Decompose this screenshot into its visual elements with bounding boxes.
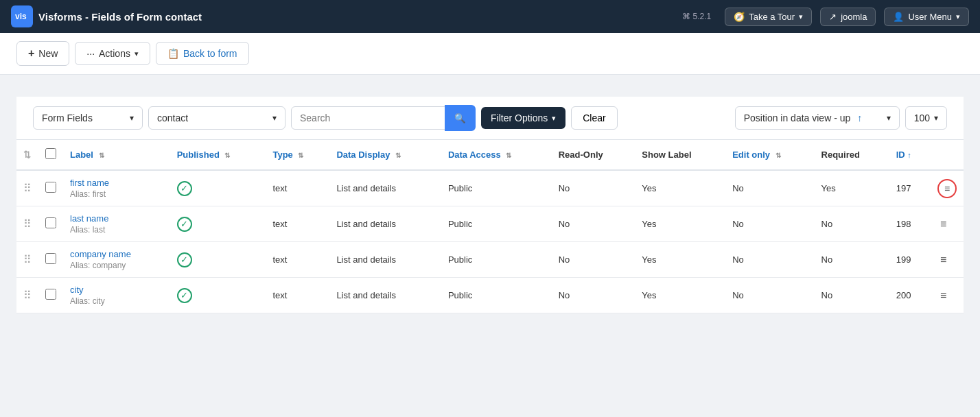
row-checkbox[interactable]: [38, 206, 63, 242]
drag-handle[interactable]: ⠿: [16, 278, 38, 313]
field-name-link[interactable]: city: [70, 285, 84, 295]
col-actions: [931, 140, 964, 170]
take-tour-button[interactable]: 🧭 Take a Tour ▾: [725, 8, 812, 26]
field-name-link[interactable]: last name: [70, 213, 108, 224]
row-select-checkbox[interactable]: [45, 217, 56, 228]
chevron-down-icon: ▾: [799, 12, 803, 21]
table-row: ⠿ company name Alias: company ✓ text Lis…: [16, 242, 964, 278]
row-actions-cell: ≡: [931, 206, 964, 242]
published-cell: ✓: [170, 206, 266, 242]
sort-icon: ⇅: [99, 152, 104, 159]
col-show-label: Show Label: [635, 140, 725, 170]
row-menu-icon[interactable]: ≡: [937, 179, 957, 198]
row-select-checkbox[interactable]: [45, 182, 56, 193]
chevron-down-icon: ▾: [135, 49, 139, 58]
field-alias: Alias: city: [70, 296, 163, 306]
row-select-checkbox[interactable]: [45, 289, 56, 300]
published-icon: ✓: [177, 288, 192, 303]
plus-icon: +: [28, 47, 34, 60]
read-only-cell: No: [552, 278, 635, 313]
contact-select[interactable]: contact ▾: [148, 106, 285, 130]
required-cell: Yes: [815, 170, 889, 206]
type-cell: text: [266, 242, 329, 278]
required-cell: No: [815, 242, 889, 278]
dots-icon: ···: [86, 48, 95, 59]
data-access-cell: Public: [441, 206, 552, 242]
actions-button[interactable]: ··· Actions ▾: [75, 42, 150, 65]
data-access-cell: Public: [441, 278, 552, 313]
row-actions-cell: ≡: [931, 278, 964, 313]
drag-handle[interactable]: ⠿: [16, 206, 38, 242]
user-menu-button[interactable]: 👤 User Menu ▾: [884, 8, 969, 26]
col-data-display[interactable]: Data Display ⇅: [329, 140, 441, 170]
version-label: ⌘ 5.2.1: [682, 12, 711, 21]
col-edit-only[interactable]: Edit only ⇅: [725, 140, 814, 170]
clear-button[interactable]: Clear: [571, 106, 617, 130]
joomla-button[interactable]: ↗ joomla: [820, 8, 876, 26]
field-label-cell: first name Alias: first: [63, 170, 170, 206]
col-type[interactable]: Type ⇅: [266, 140, 329, 170]
row-checkbox[interactable]: [38, 170, 63, 206]
row-menu-icon[interactable]: ≡: [937, 217, 949, 231]
back-to-form-button[interactable]: 📋 Back to form: [156, 42, 249, 65]
table-row: ⠿ city Alias: city ✓ text List and detai…: [16, 278, 964, 313]
chevron-down-icon: ▾: [272, 113, 277, 123]
edit-only-cell: No: [725, 242, 814, 278]
tour-icon: 🧭: [734, 12, 745, 22]
published-icon: ✓: [177, 181, 192, 196]
sort-icon: ⇅: [395, 152, 401, 159]
main-area: Form Fields ▾ contact ▾ 🔍 Filter Options…: [0, 75, 980, 313]
user-icon: 👤: [893, 12, 904, 22]
sort-icon: ⇅: [506, 152, 511, 159]
external-link-icon: ↗: [829, 12, 837, 22]
select-all-checkbox[interactable]: [45, 148, 56, 159]
app-logo[interactable]: vis Visforms - Fields of Form contact: [11, 5, 202, 27]
filter-options-button[interactable]: Filter Options ▾: [481, 107, 565, 129]
type-cell: text: [266, 206, 329, 242]
edit-only-cell: No: [725, 206, 814, 242]
edit-only-cell: No: [725, 170, 814, 206]
search-icon: 🔍: [454, 113, 466, 123]
drag-handle[interactable]: ⠿: [16, 170, 38, 206]
field-name-link[interactable]: company name: [70, 249, 131, 259]
col-id[interactable]: ID ↑: [889, 140, 931, 170]
row-select-checkbox[interactable]: [45, 253, 56, 264]
logo-icon: vis: [11, 5, 33, 27]
sort-icon: ⇅: [224, 152, 230, 159]
row-checkbox[interactable]: [38, 278, 63, 313]
search-input[interactable]: [291, 106, 445, 130]
read-only-cell: No: [552, 206, 635, 242]
id-cell: 197: [889, 170, 931, 206]
row-menu-icon[interactable]: ≡: [937, 288, 949, 302]
field-label-cell: city Alias: city: [63, 278, 170, 313]
data-display-cell: List and details: [329, 170, 441, 206]
required-cell: No: [815, 278, 889, 313]
new-button[interactable]: + New: [16, 41, 69, 66]
svg-text:vis: vis: [15, 12, 27, 21]
row-checkbox[interactable]: [38, 242, 63, 278]
field-alias: Alias: last: [70, 225, 163, 235]
read-only-cell: No: [552, 242, 635, 278]
form-fields-select[interactable]: Form Fields ▾: [33, 106, 143, 130]
table-row: ⠿ last name Alias: last ✓ text List and …: [16, 206, 964, 242]
row-actions-cell: ≡: [931, 170, 964, 206]
col-read-only: Read-Only: [552, 140, 635, 170]
show-label-cell: Yes: [635, 278, 725, 313]
position-select[interactable]: Position in data view - up ↑ ▾: [735, 106, 900, 130]
search-button[interactable]: 🔍: [445, 105, 476, 131]
row-menu-icon[interactable]: ≡: [937, 252, 949, 267]
chevron-down-icon: ▾: [552, 114, 556, 123]
chevron-down-icon: ▾: [887, 113, 891, 123]
drag-handle[interactable]: ⠿: [16, 242, 38, 278]
col-checkbox: [38, 140, 63, 170]
count-select[interactable]: 100 ▾: [905, 106, 947, 130]
data-access-cell: Public: [441, 242, 552, 278]
published-icon: ✓: [177, 252, 192, 267]
col-published[interactable]: Published ⇅: [170, 140, 266, 170]
id-cell: 198: [889, 206, 931, 242]
col-label[interactable]: Label ⇅: [63, 140, 170, 170]
col-data-access[interactable]: Data Access ⇅: [441, 140, 552, 170]
type-cell: text: [266, 170, 329, 206]
top-navigation: vis Visforms - Fields of Form contact ⌘ …: [0, 0, 980, 33]
field-name-link[interactable]: first name: [70, 178, 109, 188]
